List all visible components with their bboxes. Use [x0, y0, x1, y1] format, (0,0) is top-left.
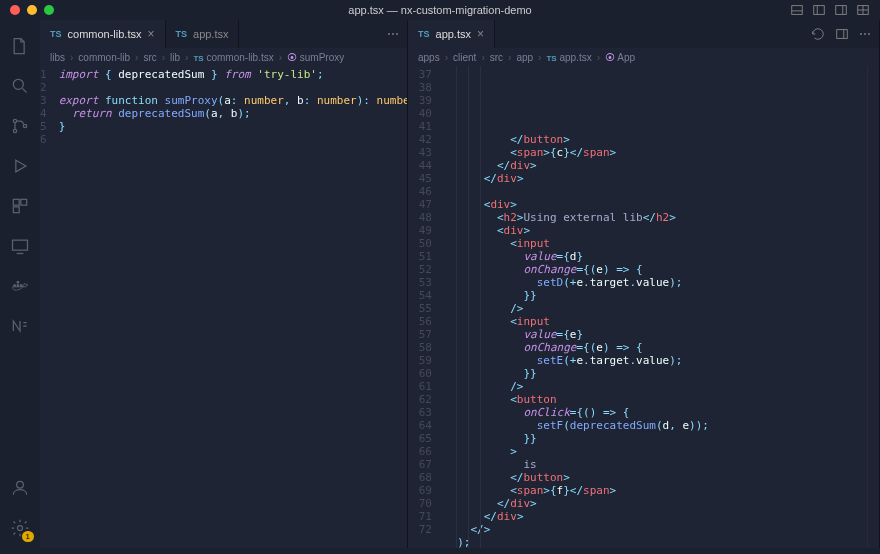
code-line[interactable]: </div> — [444, 172, 867, 185]
history-icon[interactable] — [811, 27, 825, 41]
code-line[interactable] — [59, 81, 407, 94]
remote-icon[interactable] — [0, 226, 40, 266]
layout-grid-icon[interactable] — [856, 3, 870, 17]
code-line[interactable]: setF(deprecatedSum(d, e)); — [444, 419, 867, 432]
code-line[interactable]: onChange={(e) => { — [444, 263, 867, 276]
breadcrumb-segment[interactable]: src — [490, 52, 503, 63]
code-line[interactable] — [444, 185, 867, 198]
code-line[interactable]: <div> — [444, 224, 867, 237]
svg-rect-0 — [792, 6, 803, 15]
tab-common-lib[interactable]: TS common-lib.tsx × — [40, 20, 166, 48]
svg-rect-17 — [13, 207, 19, 213]
editor-group-right: TS app.tsx × ⋯ apps›client›src›app›TS ap… — [408, 20, 880, 548]
breadcrumb-segment[interactable]: common-lib — [78, 52, 130, 63]
svg-line-10 — [23, 89, 27, 93]
more-icon[interactable]: ⋯ — [387, 27, 399, 41]
svg-rect-26 — [837, 30, 848, 39]
panel-layout-icon[interactable] — [790, 3, 804, 17]
svg-rect-2 — [814, 6, 825, 15]
code-line[interactable]: setD(+e.target.value); — [444, 276, 867, 289]
code-editor-right[interactable]: 3738394041424344454647484950515253545556… — [408, 66, 879, 548]
breadcrumb-segment[interactable]: src — [143, 52, 156, 63]
breadcrumb-segment[interactable]: TS common-lib.tsx — [193, 52, 273, 63]
code-line[interactable]: <h2>Using external lib</h2> — [444, 211, 867, 224]
docker-icon[interactable] — [0, 266, 40, 306]
code-line[interactable]: <div> — [444, 198, 867, 211]
code-line[interactable]: </div> — [444, 497, 867, 510]
code-line[interactable]: <span>{f}</span> — [444, 484, 867, 497]
close-icon[interactable]: × — [477, 27, 484, 41]
window-controls — [10, 5, 54, 15]
breadcrumb-segment[interactable]: app — [516, 52, 533, 63]
code-line[interactable]: </button> — [444, 471, 867, 484]
tabbar-left: TS common-lib.tsx × TS app.tsx ⋯ — [40, 20, 407, 48]
code-line[interactable]: ); — [444, 536, 867, 548]
search-icon[interactable] — [0, 66, 40, 106]
settings-icon[interactable] — [0, 508, 40, 548]
tabbar-right: TS app.tsx × ⋯ — [408, 20, 879, 48]
split-icon[interactable] — [835, 27, 849, 41]
run-debug-icon[interactable] — [0, 146, 40, 186]
code-line[interactable]: </div> — [444, 510, 867, 523]
breadcrumb-segment[interactable]: apps — [418, 52, 440, 63]
svg-point-11 — [13, 119, 16, 122]
tab-app-right[interactable]: TS app.tsx × — [408, 20, 495, 48]
code-line[interactable]: > — [444, 445, 867, 458]
account-icon[interactable] — [0, 468, 40, 508]
close-icon[interactable]: × — [147, 27, 154, 41]
breadcrumb-segment[interactable]: lib — [170, 52, 180, 63]
gutter: 3738394041424344454647484950515253545556… — [408, 66, 444, 548]
titlebar: app.tsx — nx-custom-migration-demo — [0, 0, 880, 20]
maximize-window-icon[interactable] — [44, 5, 54, 15]
code-line[interactable]: </> — [444, 523, 867, 536]
sidebar-right-icon[interactable] — [834, 3, 848, 17]
breadcrumb-segment[interactable]: ⦿ App — [605, 52, 635, 63]
svg-point-13 — [23, 124, 26, 127]
more-icon[interactable]: ⋯ — [859, 27, 871, 41]
code-line[interactable]: is — [444, 458, 867, 471]
explorer-icon[interactable] — [0, 26, 40, 66]
code-line[interactable]: export function sumProxy(a: number, b: n… — [59, 94, 407, 107]
code-line[interactable]: </button> — [444, 133, 867, 146]
code-line[interactable]: <span>{c}</span> — [444, 146, 867, 159]
sidebar-left-icon[interactable] — [812, 3, 826, 17]
breadcrumbs-right[interactable]: apps›client›src›app›TS app.tsx›⦿ App — [408, 48, 879, 66]
code-line[interactable]: onChange={(e) => { — [444, 341, 867, 354]
tab-label: app.tsx — [436, 28, 471, 40]
code-line[interactable]: value={e} — [444, 328, 867, 341]
breadcrumbs-left[interactable]: libs›common-lib›src›lib›TS common-lib.ts… — [40, 48, 407, 66]
code-line[interactable]: }} — [444, 432, 867, 445]
code-line[interactable]: <input — [444, 237, 867, 250]
code-editor-left[interactable]: 123456 import { deprecatedSum } from 'tr… — [40, 66, 407, 548]
code-line[interactable]: value={d} — [444, 250, 867, 263]
nx-icon[interactable] — [0, 306, 40, 346]
code-line[interactable]: /> — [444, 302, 867, 315]
layout-controls — [790, 3, 870, 17]
ts-icon: TS — [176, 29, 188, 39]
code-line[interactable]: return deprecatedSum(a, b); — [59, 107, 407, 120]
close-window-icon[interactable] — [10, 5, 20, 15]
minimap[interactable] — [867, 66, 879, 548]
code-line[interactable]: onClick={() => { — [444, 406, 867, 419]
scm-icon[interactable] — [0, 106, 40, 146]
code-line[interactable]: /> — [444, 380, 867, 393]
extensions-icon[interactable] — [0, 186, 40, 226]
svg-rect-23 — [17, 281, 20, 284]
breadcrumb-segment[interactable]: TS app.tsx — [546, 52, 591, 63]
code-line[interactable] — [59, 133, 407, 146]
code-line[interactable]: setE(+e.target.value); — [444, 354, 867, 367]
tab-app-left[interactable]: TS app.tsx — [166, 20, 240, 48]
tab-label: common-lib.tsx — [68, 28, 142, 40]
code-line[interactable]: } — [59, 120, 407, 133]
code-line[interactable]: </div> — [444, 159, 867, 172]
ts-icon: TS — [418, 29, 430, 39]
breadcrumb-segment[interactable]: client — [453, 52, 476, 63]
code-line[interactable]: }} — [444, 289, 867, 302]
code-line[interactable]: import { deprecatedSum } from 'try-lib'; — [59, 68, 407, 81]
breadcrumb-segment[interactable]: ⦿ sumProxy — [287, 52, 344, 63]
code-line[interactable]: <input — [444, 315, 867, 328]
code-line[interactable]: <button — [444, 393, 867, 406]
minimize-window-icon[interactable] — [27, 5, 37, 15]
code-line[interactable]: }} — [444, 367, 867, 380]
breadcrumb-segment[interactable]: libs — [50, 52, 65, 63]
